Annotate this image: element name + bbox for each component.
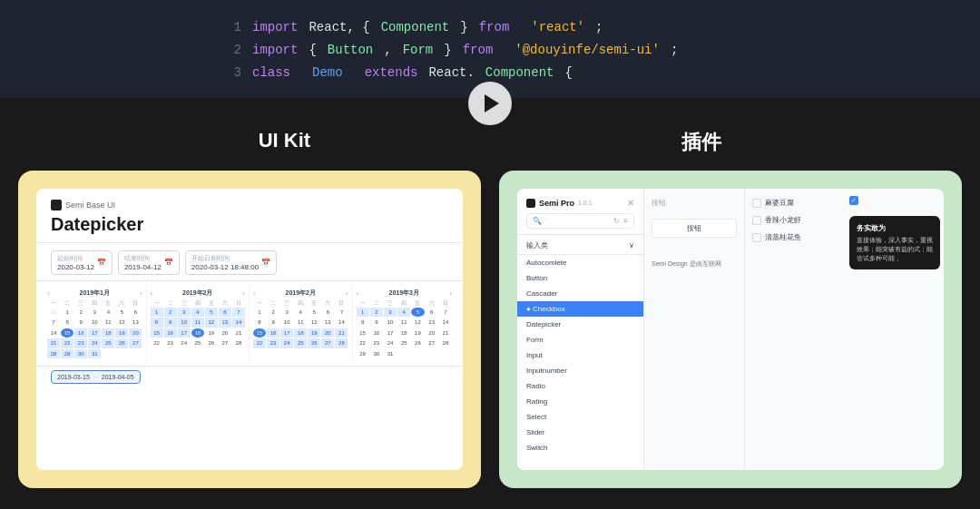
menu-item-rating[interactable]: Rating [517, 394, 643, 409]
day-cell[interactable]: 30 [370, 349, 383, 358]
nav-next[interactable]: › [449, 289, 452, 298]
day-cell[interactable]: 19 [115, 328, 128, 338]
day-cell[interactable]: 25 [191, 338, 204, 347]
day-cell[interactable]: 12 [115, 318, 128, 327]
plugin-close-icon[interactable]: ✕ [627, 198, 634, 208]
day-cell-selected[interactable]: 15 [61, 328, 74, 338]
day-cell[interactable]: 9 [267, 318, 279, 327]
day-cell[interactable]: 10 [88, 318, 101, 327]
day-cell[interactable]: 26 [205, 338, 218, 347]
menu-item-input[interactable]: Input [517, 347, 643, 363]
day-cell[interactable]: 13 [219, 318, 231, 327]
day-cell[interactable]: 10 [178, 318, 191, 327]
day-cell[interactable]: 28 [232, 338, 245, 347]
day-cell[interactable]: 1 [357, 308, 369, 317]
menu-item-radio[interactable]: Radio [517, 378, 643, 394]
day-cell-selected[interactable]: 15 [253, 328, 266, 338]
day-cell[interactable]: 18 [102, 328, 114, 338]
day-cell[interactable]: 16 [370, 328, 383, 338]
day-cell[interactable]: 19 [411, 328, 424, 338]
nav-next[interactable]: › [140, 289, 142, 298]
button-outline[interactable]: 按钮 [652, 219, 737, 238]
plugin-search[interactable]: 🔍 ↻ ≡ [526, 213, 634, 229]
day-cell[interactable]: 29 [357, 349, 369, 358]
day-cell[interactable]: 25 [102, 338, 114, 347]
day-cell[interactable]: 22 [253, 338, 266, 347]
day-cell[interactable]: 23 [267, 338, 279, 347]
nav-prev[interactable]: ‹ [47, 289, 50, 298]
day-cell[interactable]: 3 [384, 308, 397, 317]
day-cell[interactable]: 14 [335, 318, 348, 327]
day-cell[interactable]: 22 [357, 338, 369, 347]
day-cell[interactable]: 2 [267, 308, 279, 317]
day-cell[interactable]: 5 [205, 308, 218, 317]
menu-item-button[interactable]: Button [517, 270, 643, 286]
day-cell[interactable]: 25 [397, 338, 410, 347]
checkbox-checked[interactable] [849, 196, 858, 205]
chevron-down-icon[interactable]: ∨ [629, 241, 634, 250]
day-cell[interactable]: 28 [335, 338, 348, 347]
day-cell[interactable]: 31 [384, 349, 397, 358]
day-cell[interactable]: 20 [129, 328, 142, 338]
day-cell[interactable]: 14 [439, 318, 452, 327]
day-cell[interactable]: 19 [205, 328, 218, 338]
day-cell[interactable]: 1 [151, 308, 163, 317]
day-cell[interactable]: 14 [47, 328, 60, 338]
day-cell[interactable]: 8 [253, 318, 266, 327]
day-cell[interactable]: 8 [151, 318, 163, 327]
day-cell[interactable]: 21 [47, 338, 60, 347]
day-cell[interactable]: 4 [102, 308, 114, 317]
day-cell[interactable]: 21 [439, 328, 452, 338]
checkbox-3[interactable] [752, 233, 761, 242]
day-cell[interactable]: 30 [74, 349, 87, 358]
day-cell[interactable]: 23 [164, 338, 177, 347]
day-cell[interactable]: 11 [191, 318, 204, 327]
nav-next[interactable]: › [242, 289, 245, 298]
day-cell[interactable]: 31 [47, 308, 60, 317]
day-cell[interactable]: 7 [232, 308, 245, 317]
day-cell[interactable]: 1 [253, 308, 266, 317]
day-cell[interactable]: 24 [280, 338, 293, 347]
day-cell[interactable]: 13 [321, 318, 334, 327]
menu-item-switch[interactable]: Switch [517, 440, 643, 455]
day-cell[interactable]: 22 [61, 338, 74, 347]
day-cell[interactable]: 10 [280, 318, 293, 327]
day-cell[interactable]: 23 [370, 338, 383, 347]
day-cell-selected[interactable]: 5 [411, 308, 424, 317]
day-cell[interactable]: 27 [219, 338, 231, 347]
day-cell[interactable]: 6 [321, 308, 334, 317]
day-cell[interactable]: 8 [61, 318, 74, 327]
day-cell[interactable]: 16 [164, 328, 177, 338]
menu-item-autocomlete[interactable]: Autocomlete [517, 255, 643, 270]
menu-item-select[interactable]: Select [517, 409, 643, 425]
day-cell[interactable]: 27 [426, 338, 438, 347]
dp-input-datetime[interactable]: 开始日期时间 2020-03-12 18:48:00 📅 [185, 250, 277, 275]
day-cell[interactable]: 2 [370, 308, 383, 317]
day-cell[interactable]: 11 [294, 318, 307, 327]
day-cell[interactable]: 3 [280, 308, 293, 317]
day-cell[interactable]: 21 [232, 328, 245, 338]
day-cell[interactable]: 27 [321, 338, 334, 347]
day-cell[interactable]: 25 [294, 338, 307, 347]
day-cell[interactable]: 9 [74, 318, 87, 327]
menu-item-slider[interactable]: Slider [517, 425, 643, 440]
day-cell[interactable]: 7 [335, 308, 348, 317]
day-cell[interactable]: 27 [129, 338, 142, 347]
menu-item-datepicker[interactable]: Datepicker [517, 317, 643, 332]
day-cell[interactable]: 24 [384, 338, 397, 347]
refresh-icon[interactable]: ↻ [613, 217, 620, 225]
day-cell[interactable]: 12 [205, 318, 218, 327]
nav-prev[interactable]: ‹ [151, 289, 153, 298]
day-cell[interactable]: 3 [178, 308, 191, 317]
day-cell[interactable]: 15 [151, 328, 163, 338]
menu-item-form[interactable]: Form [517, 332, 643, 347]
day-cell[interactable]: 2 [74, 308, 87, 317]
play-button[interactable] [468, 82, 512, 125]
day-cell[interactable]: 17 [280, 328, 293, 338]
day-cell-selected[interactable]: 18 [191, 328, 204, 338]
menu-item-checkbox[interactable]: ● Checkbox [517, 301, 643, 317]
dp-input-end[interactable]: 结束时间 2019-04-12 📅 [118, 250, 180, 275]
day-cell[interactable]: 6 [219, 308, 231, 317]
day-cell[interactable]: 22 [151, 338, 163, 347]
day-cell[interactable]: 15 [357, 328, 369, 338]
